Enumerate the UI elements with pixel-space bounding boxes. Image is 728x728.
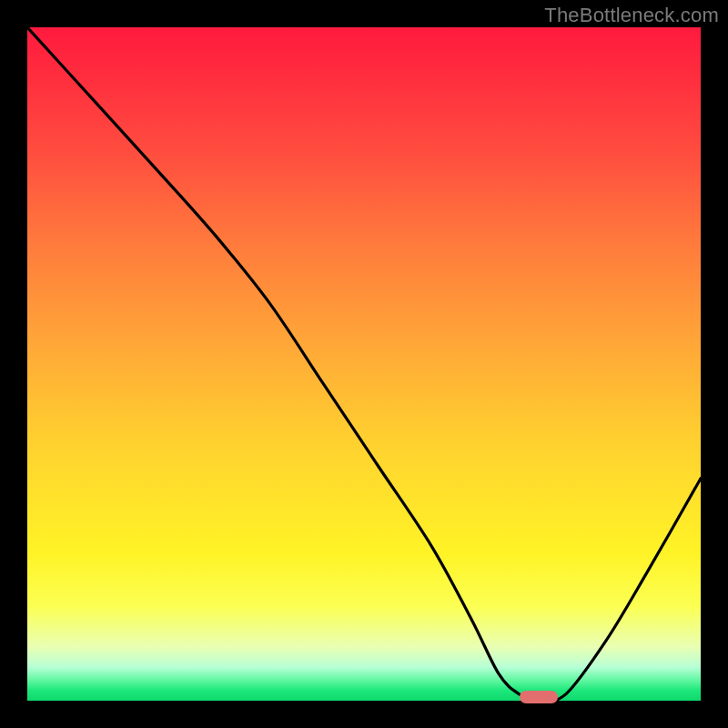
bottleneck-curve: [27, 27, 701, 701]
attribution-text: TheBottleneck.com: [544, 4, 719, 27]
optimal-marker: [520, 691, 558, 703]
chart-frame: TheBottleneck.com: [0, 0, 728, 728]
plot-area: [27, 27, 701, 701]
